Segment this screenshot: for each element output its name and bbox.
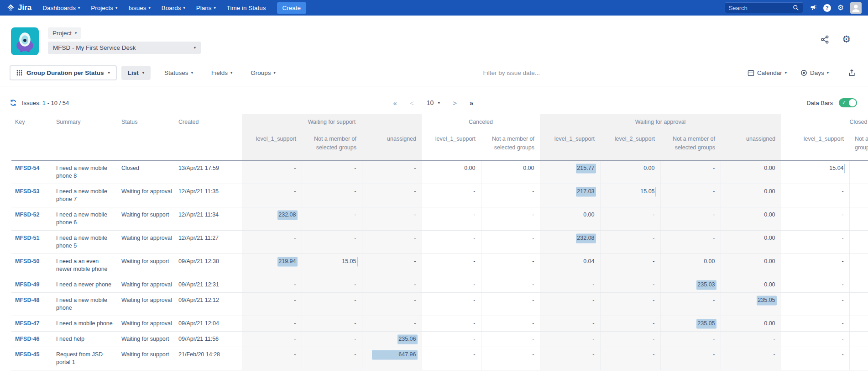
- duration-cell: 235.06: [362, 332, 422, 347]
- issue-key-link[interactable]: MFSD-52: [15, 211, 39, 218]
- nav-item-boards[interactable]: Boards▾: [162, 5, 185, 11]
- bullseye-icon: [800, 69, 807, 76]
- group-column-header[interactable]: Not a member of selected groups: [660, 130, 721, 160]
- group-column-header[interactable]: level_1_support: [422, 130, 481, 160]
- issue-key-link[interactable]: MFSD-48: [15, 297, 39, 303]
- fields-dropdown[interactable]: Fields ▾: [207, 66, 237, 80]
- duration-cell: 0.00: [721, 277, 781, 293]
- status-cell: Waiting for support: [118, 207, 175, 231]
- project-scope-button[interactable]: Project ▾: [48, 27, 81, 39]
- chevron-down-icon: ▾: [108, 71, 110, 75]
- create-button[interactable]: Create: [277, 2, 307, 14]
- results-bar: Issues: 1 - 10 / 54 « < 10 ▾ > » Data Ba…: [0, 86, 868, 107]
- status-cell: Waiting for approval: [118, 293, 175, 316]
- unit-selector[interactable]: Days ▾: [796, 66, 833, 80]
- duration-cell: 0.00: [721, 254, 781, 277]
- issue-key-link[interactable]: MFSD-49: [15, 281, 39, 288]
- group-column-header[interactable]: Not a member of selected groups: [302, 130, 362, 160]
- issue-key-link[interactable]: MFSD-51: [15, 235, 39, 241]
- issue-date-filter-input[interactable]: [425, 69, 598, 76]
- report-type-selector[interactable]: Group Duration per Status ▾: [10, 65, 117, 80]
- issue-key-link[interactable]: MFSD-50: [15, 258, 39, 264]
- help-icon[interactable]: ?: [823, 4, 831, 12]
- pagination: « < 10 ▾ > »: [393, 99, 474, 107]
- summary-cell: I need a new mobile phone: [52, 293, 118, 316]
- duration-cell: -: [781, 277, 849, 293]
- search-input[interactable]: [729, 5, 790, 11]
- announcements-icon[interactable]: [810, 4, 817, 11]
- refresh-button[interactable]: [10, 99, 17, 106]
- summary-cell: I need a new mobile phone 7: [52, 184, 118, 207]
- duration-cell: 215.77: [540, 160, 600, 184]
- duration-cell: 0.00: [721, 231, 781, 254]
- created-cell: 09/Apr/21 11:56: [175, 332, 242, 347]
- search-icon[interactable]: [793, 5, 799, 11]
- share-icon[interactable]: [821, 35, 829, 44]
- column-header[interactable]: Created: [175, 114, 242, 160]
- column-header[interactable]: Summary: [52, 114, 118, 160]
- pagination-prev-button[interactable]: <: [410, 99, 414, 107]
- page-size-select[interactable]: 10 ▾: [427, 99, 440, 106]
- issue-key-link[interactable]: MFSD-53: [15, 188, 39, 195]
- avatar[interactable]: [850, 2, 862, 14]
- table-row: MFSD-49I need a newer phoneWaiting for a…: [11, 277, 868, 293]
- data-bar: [357, 257, 358, 266]
- pagination-first-button[interactable]: «: [393, 99, 397, 107]
- statuses-dropdown[interactable]: Statuses ▾: [160, 66, 198, 80]
- pagination-last-button[interactable]: »: [470, 99, 473, 107]
- chevron-down-icon: ▾: [78, 6, 80, 10]
- chevron-down-icon: ▾: [214, 6, 216, 10]
- nav-item-dashboards[interactable]: Dashboards▾: [42, 5, 80, 11]
- group-column-header[interactable]: level_1_support: [540, 130, 600, 160]
- settings-gear-icon[interactable]: ⚙: [842, 35, 851, 44]
- nav-item-time-in-status[interactable]: Time in Status: [227, 5, 266, 11]
- nav-item-projects[interactable]: Projects▾: [91, 5, 117, 11]
- issue-key-link[interactable]: MFSD-46: [15, 336, 39, 342]
- table-row: MFSD-51I need a new mobile phone 5Waitin…: [11, 231, 868, 254]
- issue-key-link[interactable]: MFSD-54: [15, 165, 39, 171]
- duration-cell: -: [781, 254, 849, 277]
- duration-cell: -: [660, 160, 721, 184]
- duration-cell: -: [362, 254, 422, 277]
- calendar-selector[interactable]: Calendar ▾: [743, 66, 791, 80]
- group-column-header[interactable]: Not a member of selected groups: [481, 130, 540, 160]
- group-column-header[interactable]: level_2_support: [600, 130, 660, 160]
- project-select[interactable]: MFSD - My First Service Desk ▾: [48, 42, 201, 54]
- duration-cell: 235.05: [660, 316, 721, 332]
- duration-cell: -: [422, 332, 481, 347]
- table-row: MFSD-46I need helpWaiting for support09/…: [11, 332, 868, 347]
- created-cell: 12/Apr/21 11:35: [175, 184, 242, 207]
- jira-logo[interactable]: Jira: [6, 3, 31, 12]
- duration-cell: 0.00: [721, 160, 781, 184]
- column-header[interactable]: Key: [11, 114, 52, 160]
- duration-cell: [849, 254, 868, 277]
- jira-logo-icon: [6, 4, 15, 12]
- issue-key-link[interactable]: MFSD-45: [15, 351, 39, 358]
- duration-cell: 219.94: [242, 254, 302, 277]
- data-bars-toggle[interactable]: ✓: [839, 98, 857, 107]
- pagination-next-button[interactable]: >: [453, 99, 457, 107]
- duration-cell: -: [481, 207, 540, 231]
- brand-text: Jira: [18, 3, 31, 12]
- groups-dropdown[interactable]: Groups ▾: [246, 66, 280, 80]
- duration-cell: -: [540, 277, 600, 293]
- column-header[interactable]: Status: [118, 114, 175, 160]
- project-header: Project ▾ MFSD - My First Service Desk ▾…: [0, 16, 868, 55]
- duration-cell: 15.04: [781, 160, 849, 184]
- duration-cell: -: [362, 207, 422, 231]
- nav-item-issues[interactable]: Issues▾: [128, 5, 150, 11]
- export-button[interactable]: [845, 66, 858, 79]
- summary-cell: I need a mobile phone: [52, 316, 118, 332]
- nav-item-plans[interactable]: Plans▾: [196, 5, 216, 11]
- gear-icon[interactable]: ⚙: [837, 4, 844, 11]
- issue-key-link[interactable]: MFSD-47: [15, 320, 39, 327]
- group-column-header[interactable]: level_1_support: [242, 130, 302, 160]
- group-column-header[interactable]: unassigned: [362, 130, 422, 160]
- group-column-header[interactable]: level_1_support: [781, 130, 849, 160]
- group-column-header[interactable]: Not a member of selected groups: [849, 130, 868, 160]
- created-cell: 09/Apr/21 12:31: [175, 277, 242, 293]
- group-column-header[interactable]: unassigned: [721, 130, 781, 160]
- results-right: Data Bars ✓: [473, 98, 857, 107]
- duration-cell: [849, 277, 868, 293]
- view-selector[interactable]: List ▾: [121, 66, 151, 80]
